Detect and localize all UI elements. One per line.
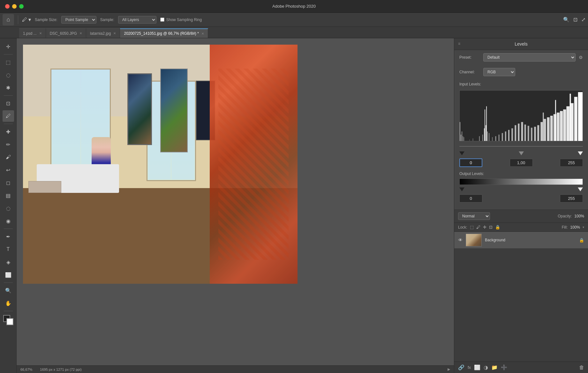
lock-artboard-icon[interactable]: ⊡ — [489, 225, 493, 230]
fg-bg-colors[interactable] — [3, 314, 14, 326]
toolbar-divider-1 — [18, 15, 18, 24]
tool-expand-icon[interactable]: ▾ — [28, 17, 31, 23]
channel-dropdown[interactable]: RGB — [483, 68, 515, 76]
input-white-value[interactable] — [560, 159, 583, 167]
tab-0[interactable]: 1.psd ... ✕ — [19, 28, 46, 38]
adjustment-layer-icon[interactable]: ◑ — [484, 364, 488, 370]
input-black-value[interactable] — [459, 158, 482, 167]
sample-size-dropdown[interactable]: Point Sample — [61, 16, 96, 24]
tab-label-2: latarnia2.jpg — [90, 31, 111, 36]
add-layer-icon[interactable]: ➕ — [501, 364, 507, 370]
title-bar: Adobe Photoshop 2020 — [0, 0, 588, 13]
window-layout-icon[interactable]: ⊡ — [573, 17, 577, 23]
quick-select-tool[interactable]: ✱ — [3, 82, 14, 93]
link-layers-icon[interactable]: 🔗 — [458, 364, 464, 370]
preset-dropdown[interactable]: Default — [483, 53, 576, 62]
layer-visibility-icon[interactable]: 👁 — [458, 238, 463, 243]
blend-mode-dropdown[interactable]: Normal — [458, 212, 490, 220]
heal-tool[interactable]: ✚ — [3, 126, 14, 137]
fx-icon[interactable]: fx — [468, 365, 471, 370]
delete-layer-icon[interactable]: 🗑 — [579, 365, 584, 370]
group-layers-icon[interactable]: 📁 — [491, 364, 498, 370]
svg-rect-36 — [566, 106, 569, 141]
svg-rect-31 — [550, 116, 553, 141]
svg-rect-8 — [482, 135, 483, 141]
tab-3[interactable]: 20200725_141051.jpg @ 66,7% (RGB/8#) * ✕ — [120, 28, 208, 38]
tab-label-3: 20200725_141051.jpg @ 66,7% (RGB/8#) * — [124, 31, 199, 36]
home-button[interactable]: ⌂ — [3, 14, 14, 26]
tab-close-0[interactable]: ✕ — [39, 32, 42, 35]
toolbar-right: 🔍 ⊡ ⤢ — [563, 17, 585, 23]
opacity-value: 100% — [574, 214, 584, 218]
midpoint-slider[interactable] — [519, 151, 524, 155]
svg-rect-43 — [555, 100, 556, 141]
crop-tool[interactable]: ⊡ — [3, 98, 14, 109]
type-tool[interactable]: T — [3, 244, 14, 255]
fill-arrow-icon[interactable]: ▾ — [583, 225, 584, 229]
svg-rect-44 — [569, 94, 571, 141]
lock-label: Lock: — [458, 225, 467, 230]
lock-all-icon[interactable]: 🔒 — [495, 225, 500, 230]
shape-tool[interactable]: ⬜ — [3, 269, 14, 281]
output-white-slider[interactable] — [578, 187, 583, 191]
search-icon[interactable]: 🔍 — [563, 17, 569, 23]
svg-rect-0 — [460, 122, 460, 141]
minimize-button[interactable] — [12, 4, 17, 9]
move-tool[interactable]: ✛ — [3, 41, 14, 52]
path-select-tool[interactable]: ◈ — [3, 256, 14, 268]
histogram[interactable] — [459, 90, 583, 141]
artwork-dark — [127, 73, 152, 145]
hand-tool[interactable]: ✋ — [3, 297, 14, 309]
output-levels-label: Output Levels: — [454, 169, 588, 177]
eyedropper-tool[interactable]: 🖊 — [3, 110, 14, 122]
input-slider-track[interactable] — [459, 144, 583, 149]
layer-item-background[interactable]: 👁 Background 🔒 — [454, 232, 588, 249]
blur-tool[interactable]: ◌ — [3, 202, 14, 214]
canvas-image[interactable] — [23, 45, 298, 284]
tab-close-2[interactable]: ✕ — [113, 32, 116, 35]
add-mask-icon[interactable]: ⬜ — [474, 364, 480, 370]
white-point-slider[interactable] — [578, 151, 583, 155]
pen-tool[interactable]: ✒ — [3, 231, 14, 242]
svg-rect-21 — [518, 124, 519, 141]
marquee-tool[interactable]: ⬚ — [3, 56, 14, 68]
levels-header: ≡ Levels — [454, 38, 588, 50]
zoom-tool[interactable]: 🔍 — [3, 285, 14, 296]
svg-rect-27 — [537, 125, 539, 141]
output-black-value[interactable] — [459, 194, 482, 202]
input-mid-value[interactable] — [510, 159, 533, 167]
status-arrow-icon[interactable]: ▶ — [448, 367, 450, 371]
history-brush-tool[interactable]: ↩ — [3, 164, 14, 176]
bg-color[interactable] — [6, 318, 13, 325]
close-button[interactable] — [5, 4, 10, 9]
output-black-slider[interactable] — [459, 187, 464, 191]
lasso-tool[interactable]: ◌ — [3, 69, 14, 81]
tab-1[interactable]: DSC_6050.JPG ✕ — [46, 28, 86, 38]
eraser-tool[interactable]: ◻ — [3, 177, 14, 188]
sample-dropdown[interactable]: All Layers — [118, 16, 156, 24]
brush-tool[interactable]: ✏ — [3, 139, 14, 150]
black-point-slider[interactable] — [459, 151, 464, 155]
gear-icon[interactable]: ⚙ — [579, 55, 583, 60]
show-sampling-ring-checkbox[interactable] — [160, 18, 164, 22]
maximize-button[interactable] — [19, 4, 24, 9]
photo-artwork — [160, 69, 188, 152]
tab-2[interactable]: latarnia2.jpg ✕ — [86, 28, 120, 38]
levels-collapse-icon[interactable]: ≡ — [458, 41, 460, 46]
layers-panel: Normal Opacity: 100% Lock: ⬚ 🖊 ✛ ⊡ 🔒 Fil… — [454, 210, 588, 373]
gradient-tool[interactable]: ▤ — [3, 190, 14, 201]
main-toolbar: ⌂ 🖊 ▾ Sample Size: Point Sample Sample: … — [0, 13, 588, 27]
output-white-value[interactable] — [560, 194, 583, 202]
window-controls[interactable] — [5, 4, 24, 9]
dodge-tool[interactable]: ◉ — [3, 215, 14, 227]
svg-rect-15 — [499, 135, 500, 141]
opacity-label: Opacity: — [558, 214, 572, 218]
lock-position-icon[interactable]: ✛ — [483, 225, 486, 230]
tab-close-1[interactable]: ✕ — [79, 32, 82, 35]
arrange-icon[interactable]: ⤢ — [581, 17, 585, 23]
clone-tool[interactable]: 🖌 — [3, 151, 14, 163]
lock-transparent-icon[interactable]: ⬚ — [470, 225, 474, 230]
show-sampling-ring-area[interactable]: Show Sampling Ring — [160, 18, 202, 22]
lock-image-icon[interactable]: 🖊 — [476, 225, 480, 230]
tab-close-3[interactable]: ✕ — [201, 32, 204, 35]
